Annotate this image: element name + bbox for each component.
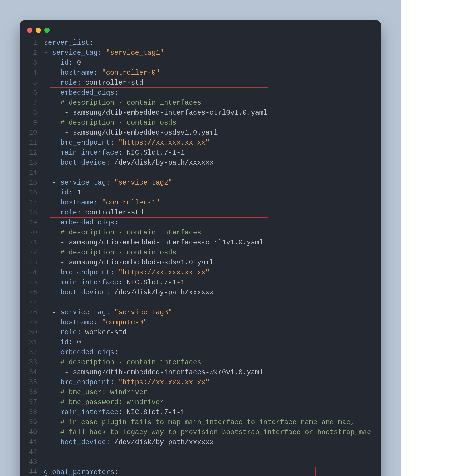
code-text: # description - contain interfaces bbox=[44, 357, 201, 368]
code-text: # bmc_user: windriver bbox=[44, 388, 147, 398]
code-text: # description - contain osds bbox=[44, 248, 177, 258]
code-text: # description - contain interfaces bbox=[44, 228, 201, 238]
code-text: # description - contain osds bbox=[44, 118, 177, 128]
code-line: 24 bmc_endpoint: "https://xx.xxx.xx.xx" bbox=[26, 268, 373, 278]
code-text: hostname: "controller-1" bbox=[44, 198, 160, 208]
line-number: 3 bbox=[26, 58, 37, 68]
line-number: 21 bbox=[26, 238, 37, 248]
code-text: main_interface: NIC.Slot.7-1-1 bbox=[44, 278, 185, 288]
code-text: - samsung/dtib-embedded-interfaces-ctrl1… bbox=[44, 238, 263, 248]
code-line: 6 embedded_ciqs: bbox=[26, 88, 373, 98]
code-text: # fall back to legacy way to provision b… bbox=[44, 427, 371, 437]
code-line: 16 id: 1 bbox=[26, 188, 373, 198]
code-text: role: controller-std bbox=[44, 208, 143, 218]
code-text: global_parameters: bbox=[44, 468, 118, 476]
code-text: boot_device: /dev/disk/by-path/xxxxxx bbox=[44, 158, 214, 168]
code-text: hostname: "controller-0" bbox=[44, 68, 160, 78]
code-text: server_list: bbox=[44, 38, 94, 48]
line-number: 13 bbox=[26, 158, 37, 168]
line-number: 43 bbox=[26, 458, 37, 468]
line-number: 32 bbox=[26, 348, 37, 357]
code-text: - service_tag: "service_tag3" bbox=[44, 308, 172, 318]
code-line: 11 bmc_endpoint: "https://xx.xxx.xx.xx" bbox=[26, 138, 373, 148]
line-number: 31 bbox=[26, 338, 37, 348]
code-window: 1server_list:2- service_tag: "service_ta… bbox=[20, 20, 381, 476]
code-text: embedded_ciqs: bbox=[44, 218, 118, 228]
code-text: # in case plugin fails to map main_inter… bbox=[44, 417, 354, 427]
code-line: 3 id: 0 bbox=[26, 58, 373, 68]
code-line: 31 id: 0 bbox=[26, 338, 373, 348]
code-line: 35 bmc_endpoint: "https://xx.xxx.xx.xx" bbox=[26, 378, 373, 388]
code-line: 36 # bmc_user: windriver bbox=[26, 388, 373, 398]
code-text: hostname: "compute-0" bbox=[44, 318, 147, 328]
code-line: 1server_list: bbox=[26, 38, 373, 48]
code-line: 10 - samsung/dtib-embedded-osdsv1.0.yaml bbox=[26, 128, 373, 138]
code-line: 40 # fall back to legacy way to provisio… bbox=[26, 427, 373, 437]
content-column: 1server_list:2- service_tag: "service_ta… bbox=[0, 0, 401, 476]
line-number: 28 bbox=[26, 308, 37, 318]
code-line: 26 boot_device: /dev/disk/by-path/xxxxxx bbox=[26, 288, 373, 298]
code-text: main_interface: NIC.Slot.7-1-1 bbox=[44, 408, 185, 417]
line-number: 14 bbox=[26, 168, 37, 178]
code-line: 17 hostname: "controller-1" bbox=[26, 198, 373, 208]
line-number: 38 bbox=[26, 408, 37, 417]
page: 1server_list:2- service_tag: "service_ta… bbox=[0, 0, 459, 476]
code-line: 14 bbox=[26, 168, 373, 178]
code-text: # description - contain interfaces bbox=[44, 98, 201, 108]
line-number: 36 bbox=[26, 388, 37, 398]
code-line: 41 boot_device: /dev/disk/by-path/xxxxxx bbox=[26, 437, 373, 448]
line-number: 18 bbox=[26, 208, 37, 218]
line-number: 6 bbox=[26, 88, 37, 98]
code-line: 25 main_interface: NIC.Slot.7-1-1 bbox=[26, 278, 373, 288]
line-number: 1 bbox=[26, 38, 37, 48]
line-number: 40 bbox=[26, 427, 37, 437]
code-text: role: worker-std bbox=[44, 328, 127, 338]
line-number: 15 bbox=[26, 178, 37, 188]
line-number: 33 bbox=[26, 357, 37, 368]
code-text: bmc_endpoint: "https://xx.xxx.xx.xx" bbox=[44, 138, 210, 148]
code-line: 20 # description - contain interfaces bbox=[26, 228, 373, 238]
line-number: 39 bbox=[26, 417, 37, 427]
code-line: 5 role: controller-std bbox=[26, 78, 373, 88]
code-line: 33 # description - contain interfaces bbox=[26, 357, 373, 368]
line-number: 24 bbox=[26, 268, 37, 278]
code-text: id: 0 bbox=[44, 58, 81, 68]
line-number: 16 bbox=[26, 188, 37, 198]
code-text: - service_tag: "service_tag1" bbox=[44, 48, 164, 58]
line-number: 23 bbox=[26, 258, 37, 268]
code-text: role: controller-std bbox=[44, 78, 143, 88]
line-number: 30 bbox=[26, 328, 37, 338]
code-text: boot_device: /dev/disk/by-path/xxxxxx bbox=[44, 288, 214, 298]
code-line: 2- service_tag: "service_tag1" bbox=[26, 48, 373, 58]
line-number: 35 bbox=[26, 378, 37, 388]
code-line: 29 hostname: "compute-0" bbox=[26, 318, 373, 328]
code-line: 30 role: worker-std bbox=[26, 328, 373, 338]
line-number: 37 bbox=[26, 398, 37, 408]
code-text: id: 0 bbox=[44, 338, 81, 348]
code-text: - samsung/dtib-embedded-osdsv1.0.yaml bbox=[44, 128, 218, 138]
line-number: 11 bbox=[26, 138, 37, 148]
code-text: id: 1 bbox=[44, 188, 81, 198]
code-line: 43 bbox=[26, 458, 373, 468]
code-area: 1server_list:2- service_tag: "service_ta… bbox=[26, 38, 373, 476]
code-text: boot_device: /dev/disk/by-path/xxxxxx bbox=[44, 437, 214, 448]
code-line: 39 # in case plugin fails to map main_in… bbox=[26, 417, 373, 427]
code-line: 42 bbox=[26, 448, 373, 458]
code-line: 18 role: controller-std bbox=[26, 208, 373, 218]
line-number: 34 bbox=[26, 368, 37, 378]
line-number: 20 bbox=[26, 228, 37, 238]
code-text: # bmc_password: windriver bbox=[44, 398, 164, 408]
code-line: 44global_parameters: bbox=[26, 468, 373, 476]
code-line: 12 main_interface: NIC.Slot.7-1-1 bbox=[26, 148, 373, 158]
line-number: 27 bbox=[26, 298, 37, 308]
page-margin-right bbox=[401, 0, 459, 476]
line-number: 29 bbox=[26, 318, 37, 328]
code-line: 21 - samsung/dtib-embedded-interfaces-ct… bbox=[26, 238, 373, 248]
line-number: 17 bbox=[26, 198, 37, 208]
code-line: 34 - samsung/dtib-embedded-interfaces-wk… bbox=[26, 368, 373, 378]
close-icon bbox=[27, 28, 32, 33]
code-line: 4 hostname: "controller-0" bbox=[26, 68, 373, 78]
code-text: - samsung/dtib-embedded-interfaces-wkr0v… bbox=[44, 368, 263, 378]
code-text: embedded_ciqs: bbox=[44, 348, 118, 357]
line-number: 2 bbox=[26, 48, 37, 58]
